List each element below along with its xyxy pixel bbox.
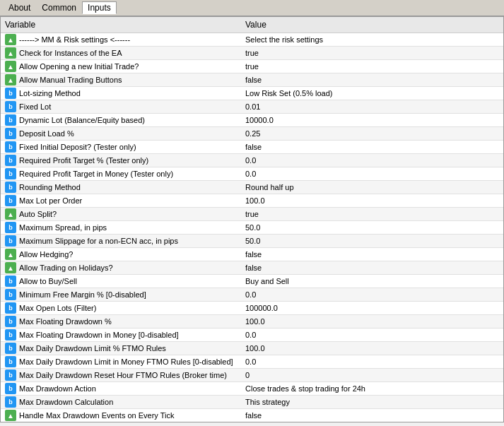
variable-label: Minimum Free Margin % [0-disabled] [19,290,146,299]
row-icon: b [5,369,16,381]
cell-value: 50.0 [241,221,503,235]
table-row: bMax Daily Drawdown Limit in Money FTMO … [1,355,503,369]
variable-label: Max Floating Drawdown in Money [0-disabl… [19,331,179,339]
table-row: bMax Daily Drawdown Limit % FTMO Rules10… [1,342,503,355]
menu-item-common[interactable]: Common [36,1,82,14]
row-icon: b [5,302,16,314]
table-row: bMax Drawdown ActionClose trades & stop … [1,382,503,396]
cell-variable: bRequired Profit Target % (Tester only) [1,154,241,167]
cell-value: 100.0 [241,342,503,355]
variable-label: ------> MM & Risk settings <------ [19,35,130,44]
variable-label: Lot-sizing Method [19,89,81,97]
row-icon: b [5,128,16,139]
cell-value: 0.01 [241,100,503,114]
cell-variable: bMinimum Free Margin % [0-disabled] [1,288,241,301]
table-row: bDeposit Load %0.25 [1,127,503,141]
cell-value: 50.0 [241,235,503,248]
row-icon: b [5,343,16,354]
row-icon: ▲ [5,74,16,85]
cell-variable: bRounding Method [1,181,241,194]
cell-value: false [241,409,503,422]
cell-variable: bMax Drawdown Action [1,382,241,395]
cell-variable: bMaximum Slippage for a non-ECN acc, in … [1,235,241,247]
table-row: bMax Lot per Order100.0 [1,194,503,208]
table-row: bMinimum Free Margin % [0-disabled]0.0 [1,288,503,302]
table-header: Variable Value [1,17,503,33]
table-row: bMaximum Spread, in pips50.0 [1,221,503,235]
settings-table: Variable Value ▲------> MM & Risk settin… [1,17,503,422]
table-row: bDynamic Lot (Balance/Equity based)10000… [1,114,503,127]
table-row: bMax Daily Drawdown Reset Hour FTMO Rule… [1,369,503,382]
menu-item-about[interactable]: About [3,1,36,14]
row-icon: ▲ [5,262,16,273]
row-icon: b [5,222,16,233]
cell-variable: ▲Auto Split? [1,208,241,220]
row-icon: ▲ [5,410,16,421]
cell-value: true [241,208,503,221]
table-row: ▲Allow Trading on Holidays?false [1,261,503,275]
menu-item-inputs[interactable]: Inputs [82,1,117,14]
row-icon: b [5,316,16,327]
table-row: bMax Open Lots (Filter)100000.0 [1,302,503,315]
table-row: bRounding MethodRound half up [1,181,503,194]
table-row: ▲Check for Instances of the EAtrue [1,47,503,60]
table-row: bRequired Profit Target in Money (Tester… [1,167,503,181]
variable-label: Maximum Spread, in pips [19,223,107,232]
cell-value: true [241,60,503,73]
variable-label: Allow Manual Trading Buttons [19,76,122,84]
cell-value: true [241,47,503,60]
variable-label: Max Open Lots (Filter) [19,304,96,312]
variable-label: Max Daily Drawdown Reset Hour FTMO Rules… [19,371,227,379]
main-content: Variable Value ▲------> MM & Risk settin… [0,16,504,422]
row-icon: ▲ [5,249,16,260]
cell-value: Round half up [241,181,503,194]
column-header-value: Value [241,17,503,33]
cell-variable: ▲------> MM & Risk settings <------ [1,33,241,46]
cell-value: 0.0 [241,167,503,181]
row-icon: b [5,195,16,206]
cell-value: This strategy [241,396,503,409]
row-icon: b [5,276,16,287]
table-row: ▲Allow Hedging?false [1,248,503,261]
cell-value: Close trades & stop trading for 24h [241,382,503,396]
cell-value: Select the risk settings [241,33,503,47]
cell-value: false [241,141,503,154]
row-icon: b [5,155,16,166]
row-icon: b [5,182,16,193]
table-row: bFixed Initial Deposit? (Tester only)fal… [1,141,503,154]
row-icon: b [5,88,16,99]
variable-label: Max Drawdown Action [19,384,96,393]
table-row: ▲Allow Opening a new Initial Trade?true [1,60,503,73]
variable-label: Check for Instances of the EA [19,49,122,57]
cell-variable: bDynamic Lot (Balance/Equity based) [1,114,241,126]
variable-label: Max Drawdown Calculation [19,398,113,406]
variable-label: Allow Opening a new Initial Trade? [19,62,139,71]
cell-value: Low Risk Set (0.5% load) [241,87,503,100]
row-icon: b [5,141,16,153]
variable-label: Allow to Buy/Sell [19,277,77,285]
table-container[interactable]: Variable Value ▲------> MM & Risk settin… [1,17,503,422]
variable-label: Fixed Lot [19,102,51,111]
variable-label: Auto Split? [19,210,57,218]
table-row: ▲Allow Manual Trading Buttonsfalse [1,73,503,87]
cell-variable: bMax Floating Drawdown in Money [0-disab… [1,329,241,341]
variable-label: Maximum Slippage for a non-ECN acc, in p… [19,237,178,245]
cell-value: 10000.0 [241,114,503,127]
cell-value: false [241,73,503,87]
cell-variable: ▲Allow Opening a new Initial Trade? [1,60,241,73]
row-icon: b [5,356,16,367]
table-row: bMax Drawdown CalculationThis strategy [1,396,503,409]
cell-value: 0.25 [241,127,503,141]
row-icon: ▲ [5,34,16,45]
cell-variable: bRequired Profit Target in Money (Tester… [1,167,241,180]
cell-variable: ▲Allow Trading on Holidays? [1,261,241,274]
cell-variable: bMax Daily Drawdown Reset Hour FTMO Rule… [1,369,241,381]
variable-label: Rounding Method [19,183,81,191]
row-icon: b [5,114,16,126]
cell-variable: bMax Daily Drawdown Limit % FTMO Rules [1,342,241,355]
row-icon: b [5,383,16,394]
cell-value: 0.0 [241,355,503,369]
table-row: bAllow to Buy/SellBuy and Sell [1,275,503,288]
variable-label: Handle Max Drawdown Events on Every Tick [19,411,174,420]
variable-label: Allow Trading on Holidays? [19,264,113,272]
